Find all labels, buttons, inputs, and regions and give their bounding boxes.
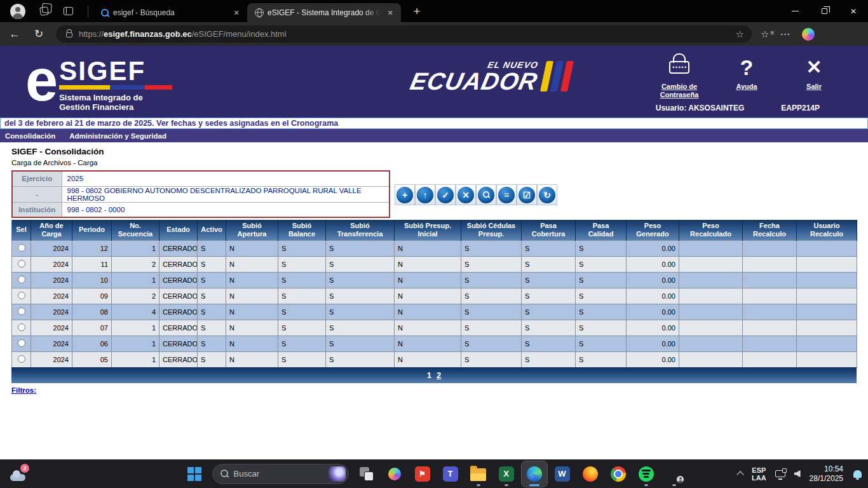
widgets-button[interactable]: 2 <box>10 466 29 482</box>
row-select-radio[interactable] <box>18 244 25 252</box>
cell-periodo: 09 <box>72 288 112 304</box>
browser-tab-active[interactable]: eSIGEF - Sistema Integrado de Ge✕ <box>247 3 401 22</box>
teams-button[interactable]: T <box>438 461 463 487</box>
task-view-button[interactable] <box>354 461 379 487</box>
word-button[interactable]: W <box>550 461 575 487</box>
copilot-icon[interactable] <box>802 28 815 41</box>
tab-close-icon[interactable]: ✕ <box>384 7 396 18</box>
row-select-radio[interactable] <box>18 276 25 283</box>
language-indicator[interactable]: ESPLAA <box>752 466 766 482</box>
file-explorer-button[interactable] <box>466 461 491 487</box>
column-header-cedulas: Subió Cédulas Presup. <box>461 220 522 240</box>
network-icon[interactable] <box>775 470 785 477</box>
page-subtitle: Carga de Archivos - Carga <box>11 159 98 166</box>
browser-menu-icon[interactable]: ··· <box>780 29 790 39</box>
restore-button[interactable] <box>810 0 839 22</box>
cell-estado: CERRADO <box>159 288 198 304</box>
filters-link[interactable]: Filtros: <box>11 386 36 394</box>
chrome-profile-button[interactable] <box>661 461 687 487</box>
spotify-button[interactable] <box>634 461 659 487</box>
search-highlight-image[interactable] <box>329 466 346 482</box>
secure-lock-icon[interactable] <box>66 32 72 37</box>
cell-apertura: N <box>226 320 278 336</box>
notifications-bell-icon[interactable] <box>853 470 862 478</box>
cell-sel <box>12 320 31 336</box>
firefox-button[interactable] <box>578 461 603 487</box>
volume-button[interactable] <box>794 470 801 477</box>
window-controls: ✕ <box>780 0 868 22</box>
copilot-button[interactable] <box>382 461 407 487</box>
cell-presup_inicial: N <box>395 304 461 320</box>
cell-cobertura: S <box>522 288 576 304</box>
cell-usuario_recalc <box>797 351 857 367</box>
refresh-button[interactable]: ↻ <box>29 25 48 44</box>
tray-chevron-icon[interactable] <box>736 471 743 478</box>
menu-item[interactable]: Administración y Seguridad <box>69 132 166 140</box>
page-current: 1 <box>427 370 431 380</box>
edge-button[interactable] <box>522 461 547 487</box>
row-select-radio[interactable] <box>18 260 25 268</box>
upload-file-button[interactable]: ↑ <box>415 184 435 205</box>
workspaces-icon[interactable] <box>34 2 53 21</box>
cell-peso: 0.00 <box>627 336 679 351</box>
cell-peso_recalc <box>679 240 743 256</box>
refresh-query-button[interactable]: ↻ <box>537 184 557 205</box>
cell-peso: 0.00 <box>627 272 679 288</box>
help-link[interactable]: ? Ayuda <box>721 53 773 99</box>
minimize-button[interactable] <box>780 0 810 22</box>
cell-sel <box>12 336 31 351</box>
browser-tab-inactive[interactable]: esigef - Búsqueda✕ <box>93 3 247 22</box>
back-button[interactable]: ← <box>5 25 24 44</box>
chrome-button[interactable] <box>606 461 631 487</box>
cell-anio: 2024 <box>31 288 72 304</box>
delete-file-button[interactable]: ✕ <box>456 184 476 205</box>
vertical-tabs-icon[interactable] <box>58 2 78 21</box>
new-tab-button[interactable]: + <box>409 3 425 20</box>
row-select-radio[interactable] <box>18 323 25 331</box>
excel-button[interactable]: X <box>494 461 519 487</box>
validate-file-button[interactable]: ✓ <box>435 184 456 205</box>
logout-link[interactable]: ✕ Salir <box>788 53 840 99</box>
pdf-button[interactable]: ⚑ <box>410 461 435 487</box>
close-button[interactable]: ✕ <box>839 0 868 22</box>
row-select-radio[interactable] <box>18 292 25 299</box>
cell-estado: CERRADO <box>159 351 198 367</box>
logo-e-letter: e <box>25 50 55 112</box>
start-button[interactable] <box>182 461 207 487</box>
ecuador-flag-stripes <box>540 61 574 92</box>
cell-calidad: S <box>576 320 627 336</box>
cell-apertura: N <box>226 256 278 272</box>
view-detail-button[interactable] <box>476 184 496 205</box>
cell-anio: 2024 <box>31 256 72 272</box>
favorites-list-icon[interactable]: ☆ <box>761 29 769 40</box>
address-bar[interactable]: https://esigef.finanzas.gob.ec/eSIGEF/me… <box>56 25 752 43</box>
menu-bar: ConsolidaciónAdministración y Seguridad <box>0 129 868 142</box>
cell-cobertura: S <box>522 240 576 256</box>
cell-fecha_recalc <box>743 304 797 320</box>
delete-file-icon: ✕ <box>458 187 474 203</box>
clock[interactable]: 10:5428/1/2025 <box>810 464 843 484</box>
change-password-link[interactable]: ••••• Cambio de Contraseña <box>653 53 705 99</box>
row-select-radio[interactable] <box>18 355 25 363</box>
taskbar-search[interactable]: Buscar <box>212 464 349 484</box>
browser-profile-avatar[interactable] <box>10 4 25 19</box>
chrome-icon <box>611 466 626 482</box>
cell-presup_inicial: N <box>395 320 461 336</box>
page-link-2[interactable]: 2 <box>437 370 441 380</box>
row-select-radio[interactable] <box>18 339 25 347</box>
cell-calidad: S <box>576 256 627 272</box>
approve-button[interactable]: ☑ <box>517 184 537 205</box>
favorite-star-icon[interactable]: ☆ <box>736 29 744 40</box>
create-file-button[interactable]: + <box>395 184 415 205</box>
row-select-radio[interactable] <box>18 308 25 315</box>
tab-close-icon[interactable]: ✕ <box>231 7 242 18</box>
print-button[interactable]: ≡ <box>496 184 517 205</box>
cell-peso_recalc <box>679 288 743 304</box>
menu-item[interactable]: Consolidación <box>5 132 55 140</box>
cell-periodo: 05 <box>72 351 112 367</box>
cell-usuario_recalc <box>797 304 857 320</box>
cell-balance: S <box>278 351 326 367</box>
cell-anio: 2024 <box>31 272 72 288</box>
table-row: 2024084CERRADOSNSSNSSS0.00 <box>12 304 857 320</box>
cell-fecha_recalc <box>743 336 797 351</box>
